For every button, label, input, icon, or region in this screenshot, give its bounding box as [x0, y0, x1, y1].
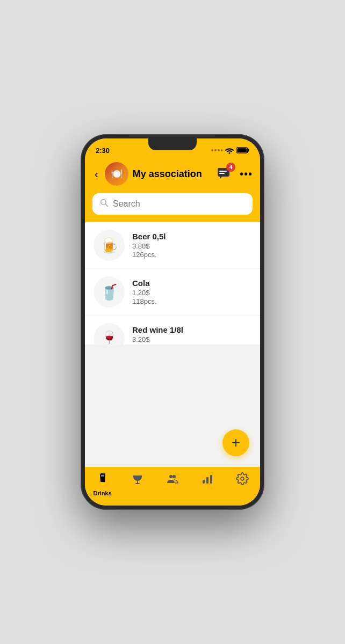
item-thumb-2: 🍷: [94, 323, 125, 345]
svg-point-17: [169, 475, 172, 478]
item-info-1: Cola 1.20$ 118pcs.: [132, 279, 251, 305]
signal-icon: [211, 148, 222, 153]
svg-point-0: [211, 149, 213, 151]
page-title: My association: [133, 169, 211, 180]
svg-rect-10: [219, 173, 225, 174]
svg-point-1: [214, 149, 217, 151]
svg-rect-16: [135, 483, 140, 484]
nav-item-settings[interactable]: [225, 472, 260, 488]
svg-rect-9: [219, 171, 227, 172]
svg-marker-8: [220, 177, 222, 179]
svg-point-22: [241, 477, 244, 480]
people-icon: [166, 472, 179, 488]
nav-item-people[interactable]: [155, 472, 190, 488]
svg-line-12: [105, 204, 107, 206]
svg-rect-15: [137, 481, 138, 483]
wifi-icon: [225, 147, 234, 154]
item-name-1: Cola: [132, 279, 251, 288]
phone-shell: 2:30: [81, 134, 264, 510]
header: ‹ 🍽️ My association 4 •••: [85, 158, 260, 193]
nav-label-drinks: Drinks: [93, 490, 111, 496]
bottom-nav: Drinks: [85, 467, 260, 506]
empty-space: +: [85, 345, 260, 467]
list-item[interactable]: 🍺 Beer 0,5l 3.80$ 126pcs.: [85, 222, 260, 269]
search-input[interactable]: [113, 199, 245, 209]
settings-icon: [236, 472, 249, 488]
chart-icon: [201, 472, 214, 488]
search-icon: [100, 199, 109, 209]
item-name-2: Red wine 1/8l: [132, 325, 251, 334]
item-info-0: Beer 0,5l 3.80$ 126pcs.: [132, 232, 251, 259]
item-price-2: 3.20$: [132, 335, 251, 343]
svg-point-3: [221, 149, 222, 151]
svg-rect-14: [101, 475, 104, 477]
fab-button[interactable]: +: [222, 429, 249, 456]
header-actions: 4 •••: [215, 165, 253, 183]
chat-button[interactable]: 4: [215, 165, 233, 183]
list-item[interactable]: 🍷 Red wine 1/8l 3.20$ 16pcs.: [85, 316, 260, 345]
notch: [148, 138, 197, 150]
nav-item-food[interactable]: [120, 472, 155, 488]
items-list: 🍺 Beer 0,5l 3.80$ 126pcs. 🥤 Cola 1.20$ 1…: [85, 222, 260, 345]
item-info-2: Red wine 1/8l 3.20$ 16pcs.: [132, 325, 251, 345]
nav-item-chart[interactable]: [190, 472, 225, 488]
item-name-0: Beer 0,5l: [132, 232, 251, 241]
list-item[interactable]: 🥤 Cola 1.20$ 118pcs.: [85, 269, 260, 316]
svg-rect-19: [203, 480, 205, 484]
avatar: 🍽️: [105, 162, 128, 186]
svg-rect-21: [210, 475, 212, 484]
item-thumb-0: 🍺: [94, 230, 125, 261]
svg-point-18: [172, 475, 176, 478]
status-icons: [211, 147, 249, 154]
svg-rect-6: [237, 148, 247, 152]
search-box: [92, 193, 253, 215]
svg-rect-13: [100, 473, 105, 474]
nav-item-drinks[interactable]: Drinks: [85, 472, 120, 496]
notification-badge: 4: [226, 163, 235, 172]
back-button[interactable]: ‹: [92, 167, 100, 181]
item-thumb-1: 🥤: [94, 276, 125, 308]
item-qty-1: 118pcs.: [132, 297, 251, 305]
svg-rect-20: [206, 477, 209, 484]
status-time: 2:30: [96, 147, 110, 155]
svg-point-2: [218, 149, 220, 151]
svg-rect-5: [248, 149, 249, 151]
item-price-0: 3.80$: [132, 242, 251, 250]
item-qty-0: 126pcs.: [132, 251, 251, 259]
drinks-icon: [96, 472, 109, 488]
food-icon: [131, 472, 144, 488]
battery-icon: [236, 147, 249, 153]
phone-screen: 2:30: [85, 138, 260, 506]
item-price-1: 1.20$: [132, 289, 251, 297]
search-container: [85, 193, 260, 222]
more-button[interactable]: •••: [240, 168, 253, 180]
